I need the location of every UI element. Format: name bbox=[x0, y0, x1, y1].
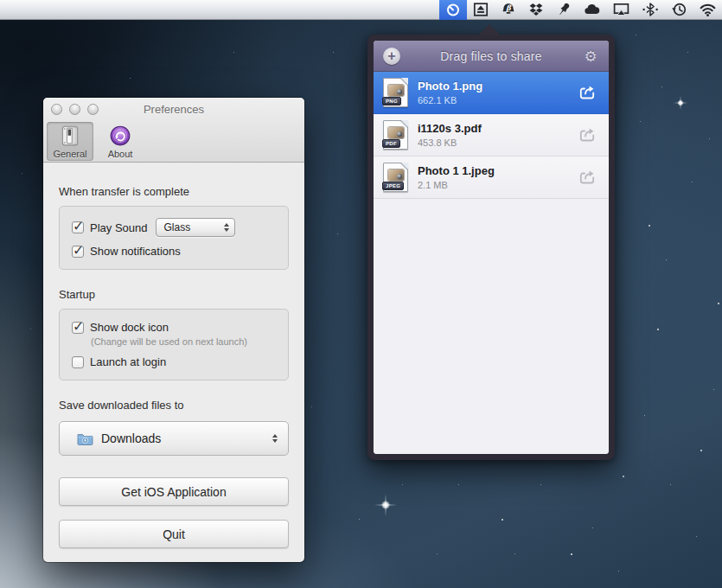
preferences-toolbar: General About bbox=[47, 122, 144, 161]
menubar-time-machine-icon[interactable] bbox=[665, 0, 693, 20]
menubar-pin-icon[interactable] bbox=[550, 0, 578, 20]
dock-icon-note: (Change will be used on next launch) bbox=[91, 336, 276, 347]
timer-icon bbox=[444, 1, 462, 18]
save-folder-popup-button[interactable]: Downloads bbox=[59, 421, 289, 456]
share-file-button[interactable] bbox=[576, 167, 598, 188]
bright-star bbox=[378, 497, 393, 513]
popover-header: + Drag files to share ⚙ bbox=[374, 41, 609, 72]
file-type-icon: JPEG bbox=[383, 163, 408, 192]
menubar-bluetooth-transfer-icon[interactable] bbox=[636, 0, 665, 20]
settings-gear-icon[interactable]: ⚙ bbox=[581, 47, 600, 66]
menu-bar: β bbox=[0, 0, 722, 20]
menubar-bell-beta-icon[interactable]: β bbox=[495, 0, 522, 20]
menubar-airplay-icon[interactable] bbox=[607, 0, 636, 20]
get-ios-application-button[interactable]: Get iOS Application bbox=[59, 477, 289, 506]
close-button[interactable] bbox=[51, 104, 62, 115]
file-row[interactable]: JPEG Photo 1 1.jpeg 2.1 MB bbox=[374, 157, 609, 199]
file-size: 2.1 MB bbox=[418, 180, 576, 190]
file-type-badge: PNG bbox=[382, 97, 401, 105]
airplay-icon bbox=[612, 1, 630, 18]
sound-popup-button[interactable]: Glass bbox=[156, 218, 235, 237]
menubar-cloud-icon[interactable] bbox=[578, 0, 607, 20]
preferences-content: When transfer is complete Play Sound Gla… bbox=[43, 163, 304, 548]
show-dock-icon-checkbox[interactable] bbox=[72, 322, 84, 334]
popover-title: Drag files to share bbox=[374, 49, 609, 63]
share-file-button[interactable] bbox=[576, 82, 598, 103]
dock-icon-row: Show dock icon bbox=[72, 321, 276, 334]
play-sound-row: Play Sound Glass bbox=[72, 218, 276, 237]
bell-beta-icon: β bbox=[500, 1, 517, 18]
popover-arrow bbox=[478, 24, 501, 35]
play-sound-label: Play Sound bbox=[90, 221, 148, 234]
save-section-heading: Save downloaded files to bbox=[59, 399, 289, 412]
popup-updown-icon bbox=[224, 223, 229, 232]
share-icon bbox=[578, 169, 597, 186]
menubar-dropbox-icon[interactable] bbox=[522, 0, 550, 20]
switch-icon bbox=[59, 125, 81, 147]
eject-icon bbox=[472, 1, 489, 18]
file-name: Photo 1 1.jpeg bbox=[418, 164, 576, 178]
file-name: i1120s 3.pdf bbox=[418, 122, 576, 136]
startup-section-heading: Startup bbox=[59, 288, 289, 301]
file-type-badge: JPEG bbox=[382, 182, 404, 190]
file-row[interactable]: PDF i1120s 3.pdf 453.8 KB bbox=[374, 114, 609, 157]
save-folder-value: Downloads bbox=[101, 431, 265, 445]
launch-at-login-label: Launch at login bbox=[90, 355, 166, 368]
show-notifications-label: Show notifications bbox=[90, 245, 181, 258]
pin-icon bbox=[555, 1, 572, 18]
downloads-folder-icon bbox=[77, 432, 93, 445]
about-icon bbox=[109, 125, 131, 147]
file-row[interactable]: PNG Photo 1.png 662.1 KB bbox=[374, 72, 609, 114]
share-icon bbox=[578, 126, 597, 144]
file-info: Photo 1.png 662.1 KB bbox=[418, 80, 576, 105]
sound-popup-value: Glass bbox=[164, 221, 217, 233]
bluetooth-icon bbox=[641, 1, 660, 18]
share-icon bbox=[578, 84, 597, 101]
zoom-button[interactable] bbox=[87, 104, 99, 115]
share-popover: + Drag files to share ⚙ PNG Photo 1.png … bbox=[367, 35, 615, 460]
tab-about-label: About bbox=[108, 149, 133, 159]
file-list: PNG Photo 1.png 662.1 KB PDF bbox=[374, 72, 609, 454]
tab-about[interactable]: About bbox=[97, 122, 144, 161]
dropbox-icon bbox=[527, 1, 545, 18]
launch-at-login-checkbox[interactable] bbox=[72, 356, 84, 368]
file-type-badge: PDF bbox=[382, 139, 400, 148]
startup-group-box: Show dock icon (Change will be used on n… bbox=[59, 309, 289, 380]
menubar-wifi-icon[interactable] bbox=[693, 0, 722, 20]
quit-button[interactable]: Quit bbox=[59, 520, 289, 548]
file-info: i1120s 3.pdf 453.8 KB bbox=[418, 122, 576, 148]
tab-general-label: General bbox=[53, 149, 86, 159]
add-file-button[interactable]: + bbox=[383, 48, 400, 65]
show-notifications-checkbox[interactable] bbox=[72, 246, 84, 258]
cloud-icon bbox=[583, 1, 602, 18]
play-sound-checkbox[interactable] bbox=[72, 221, 84, 233]
show-dock-icon-label: Show dock icon bbox=[90, 321, 169, 334]
preferences-window: Preferences General bbox=[43, 98, 304, 562]
popover-body: + Drag files to share ⚙ PNG Photo 1.png … bbox=[374, 41, 609, 454]
title-bar[interactable]: Preferences bbox=[43, 98, 304, 121]
tab-general[interactable]: General bbox=[47, 122, 93, 161]
window-header: Preferences General bbox=[43, 98, 304, 163]
time-machine-icon bbox=[670, 1, 688, 18]
file-type-icon: PDF bbox=[383, 120, 408, 150]
file-type-icon: PNG bbox=[383, 78, 408, 107]
transfer-section-heading: When transfer is complete bbox=[59, 185, 289, 198]
traffic-lights bbox=[51, 104, 99, 115]
notifications-row: Show notifications bbox=[72, 245, 276, 258]
file-size: 662.1 KB bbox=[418, 95, 576, 105]
launch-login-row: Launch at login bbox=[72, 355, 276, 368]
share-file-button[interactable] bbox=[576, 125, 598, 145]
file-size: 453.8 KB bbox=[418, 137, 576, 148]
menubar-eject-icon[interactable] bbox=[467, 0, 495, 20]
bright-star bbox=[674, 97, 687, 109]
transfer-group-box: Play Sound Glass Show notifications bbox=[59, 206, 289, 270]
wifi-icon bbox=[699, 1, 717, 18]
minimize-button[interactable] bbox=[69, 104, 80, 115]
popup-updown-icon bbox=[272, 434, 278, 443]
menubar-app-timer-icon[interactable] bbox=[439, 0, 467, 20]
file-name: Photo 1.png bbox=[418, 80, 576, 93]
file-info: Photo 1 1.jpeg 2.1 MB bbox=[418, 164, 576, 190]
